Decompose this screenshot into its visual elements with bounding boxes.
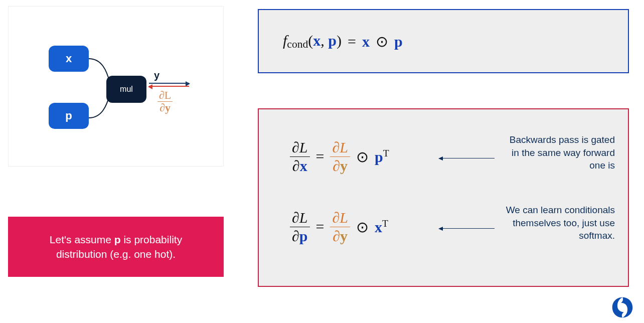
forward-equation: fcond(x, p) = x ⊙ p (283, 32, 403, 51)
computation-graph-panel: x p mul y ∂L ∂y (8, 6, 224, 167)
grad-numerator: ∂L (157, 90, 173, 102)
edge-p-to-mul (88, 91, 112, 121)
dL-dp-annotation: We can learn conditionals themselves too… (500, 204, 615, 242)
node-p: p (49, 103, 89, 129)
assume-pre: Let's assume (50, 234, 114, 245)
backward-arrow-icon (149, 86, 189, 87)
grad-dL-dy: ∂L ∂y (157, 90, 173, 113)
annotation-arrow-icon (439, 158, 495, 158)
assume-var: p (114, 234, 121, 245)
node-x: x (49, 46, 89, 72)
brand-logo-icon (611, 296, 634, 319)
annotation-arrow-icon (439, 228, 495, 229)
forward-arrow-icon (149, 83, 189, 84)
dL-dp-equation: ∂L ∂p = ∂L ∂y ⊙ xT (290, 210, 388, 244)
assumption-callout: Let's assume p is probability distributi… (8, 217, 224, 277)
forward-equation-box: fcond(x, p) = x ⊙ p (258, 9, 629, 73)
backward-equations-box: ∂L ∂x = ∂L ∂y ⊙ pT Backwards pass is gat… (258, 108, 629, 287)
grad-denominator: ∂y (157, 102, 173, 113)
output-label-y: y (154, 70, 159, 81)
dL-dx-annotation: Backwards pass is gated in the same way … (500, 133, 615, 172)
edge-x-to-mul (88, 56, 112, 86)
node-mul: mul (106, 76, 146, 103)
dL-dx-equation: ∂L ∂x = ∂L ∂y ⊙ pT (290, 139, 389, 174)
